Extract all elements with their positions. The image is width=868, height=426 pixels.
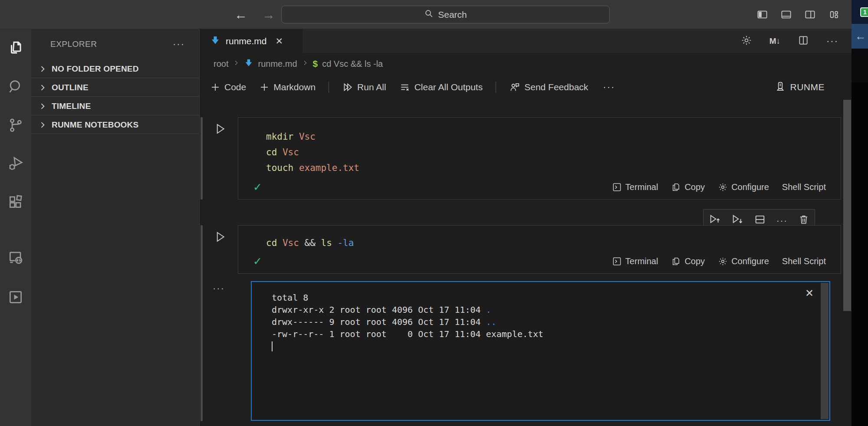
- run-all-button[interactable]: Run All: [342, 82, 386, 93]
- chevron-right-icon: [38, 65, 47, 73]
- explorer-sidebar: EXPLORER ··· NO FOLDER OPENED OUTLINE TI…: [31, 29, 200, 426]
- runme-brand-label: RUNME: [790, 82, 825, 92]
- tab-runme-md[interactable]: runme.md ✕: [200, 29, 302, 53]
- add-code-label: Code: [224, 82, 246, 92]
- add-markdown-label: Markdown: [273, 82, 316, 92]
- background-back-icon: ←: [855, 29, 866, 43]
- runme-panel-icon[interactable]: [0, 285, 31, 309]
- toggle-primary-sidebar-icon[interactable]: [756, 9, 768, 20]
- add-markdown-cell-button[interactable]: Markdown: [259, 82, 316, 92]
- background-app-badge: 1: [860, 7, 868, 17]
- sidebar-section-runme-notebooks[interactable]: RUNME NOTEBOOKS: [31, 117, 199, 133]
- copy-button[interactable]: Copy: [671, 182, 705, 192]
- terminal-cursor: [272, 341, 273, 351]
- open-markdown-preview-icon[interactable]: M↓: [769, 36, 780, 46]
- split-editor-icon[interactable]: [798, 35, 809, 48]
- background-window-body: [852, 49, 868, 82]
- editor-more-actions-icon[interactable]: ···: [826, 36, 838, 47]
- sidebar-title: EXPLORER: [50, 39, 97, 49]
- configure-label: Configure: [731, 182, 769, 192]
- cell-more-actions-icon[interactable]: ···: [776, 216, 788, 226]
- toggle-secondary-sidebar-icon[interactable]: [804, 9, 816, 20]
- notebook-settings-gear-icon[interactable]: [741, 35, 752, 48]
- run-cell-button[interactable]: [214, 230, 227, 245]
- runme-brand: RUNME: [775, 81, 825, 94]
- copy-button[interactable]: Copy: [671, 256, 705, 266]
- notebook-toolbar: Code Markdown Run All Clear All Outputs …: [200, 75, 852, 100]
- copy-label: Copy: [684, 182, 705, 192]
- run-all-label: Run All: [357, 82, 386, 92]
- search-label: Search: [438, 10, 467, 20]
- editor-scrollbar[interactable]: [843, 100, 851, 311]
- sidebar-section-timeline[interactable]: TIMELINE: [31, 98, 199, 114]
- chevron-right-icon: [302, 59, 309, 69]
- background-window-strip: 1 ←: [852, 0, 868, 426]
- toolbar-more-icon[interactable]: ···: [603, 82, 615, 93]
- add-code-cell-button[interactable]: Code: [210, 82, 246, 92]
- explorer-icon[interactable]: [0, 36, 31, 60]
- code-cell-1: mkdir Vsccd Vsctouch example.txt ✓ Termi…: [200, 117, 852, 200]
- section-label: NO FOLDER OPENED: [52, 64, 139, 74]
- terminal-label: Terminal: [625, 256, 658, 266]
- background-window-toolbar: ←: [852, 24, 868, 49]
- terminal-label: Terminal: [625, 182, 658, 192]
- cell-language-picker[interactable]: Shell Script: [782, 256, 826, 266]
- breadcrumb: root runme.md $ cd Vsc && ls -la: [200, 53, 852, 75]
- tab-close-icon[interactable]: ✕: [276, 36, 283, 46]
- title-bar: ← → Search: [0, 0, 852, 29]
- sidebar-more-icon[interactable]: ···: [173, 39, 185, 50]
- clear-all-label: Clear All Outputs: [414, 82, 483, 92]
- output-close-icon[interactable]: ✕: [805, 287, 814, 299]
- cell-editor[interactable]: mkdir Vsccd Vsctouch example.txt ✓ Termi…: [238, 117, 841, 200]
- search-view-icon[interactable]: [0, 75, 31, 99]
- breadcrumb-file[interactable]: runme.md: [258, 59, 297, 69]
- extensions-icon[interactable]: [0, 190, 31, 214]
- cell-code[interactable]: mkdir Vsccd Vsctouch example.txt: [238, 118, 841, 177]
- terminal-output[interactable]: total 8drwxr-xr-x 2 root root 4096 Oct 1…: [251, 281, 830, 421]
- terminal-button[interactable]: Terminal: [612, 256, 658, 266]
- editor-area: runme.md ✕ M↓ ··· root runme.md: [200, 29, 852, 426]
- cell-editor[interactable]: cd Vsc && ls -la ✓ Terminal Copy: [238, 225, 841, 274]
- command-center-search[interactable]: Search: [281, 6, 610, 23]
- search-icon: [424, 9, 434, 20]
- terminal-button[interactable]: Terminal: [612, 182, 658, 192]
- sidebar-section-no-folder-opened[interactable]: NO FOLDER OPENED: [31, 61, 199, 77]
- configure-label: Configure: [731, 256, 769, 266]
- sidebar-section-outline[interactable]: OUTLINE: [31, 79, 199, 95]
- history-back-icon[interactable]: ←: [234, 8, 247, 21]
- chevron-right-icon: [38, 102, 47, 111]
- send-feedback-button[interactable]: Send Feedback: [509, 82, 588, 93]
- breadcrumb-root[interactable]: root: [214, 59, 228, 69]
- send-feedback-label: Send Feedback: [524, 82, 588, 92]
- output-more-actions-icon[interactable]: ···: [213, 283, 225, 294]
- breadcrumb-cell-command[interactable]: cd Vsc && ls -la: [322, 59, 383, 69]
- cell-language-picker[interactable]: Shell Script: [782, 182, 826, 192]
- run-debug-icon[interactable]: [0, 151, 31, 176]
- background-window-titlebar: 1: [852, 0, 868, 24]
- copy-label: Copy: [684, 256, 705, 266]
- cell-code[interactable]: cd Vsc && ls -la: [238, 226, 841, 252]
- section-label: TIMELINE: [52, 102, 91, 111]
- terminal-output-text: total 8drwxr-xr-x 2 root root 4096 Oct 1…: [252, 282, 829, 340]
- chevron-right-icon: [38, 121, 47, 129]
- vscode-window: ← → Search 1: [0, 0, 868, 426]
- configure-button[interactable]: Configure: [718, 182, 769, 192]
- configure-button[interactable]: Configure: [718, 256, 769, 266]
- output-scrollbar[interactable]: [821, 283, 829, 419]
- markdown-file-icon: [244, 58, 253, 70]
- history-forward-icon[interactable]: →: [262, 8, 275, 21]
- breadcrumb-shell-prompt: $: [313, 59, 318, 69]
- markdown-file-icon: [210, 35, 220, 47]
- runme-logo-icon: [775, 81, 786, 94]
- cell-success-check-icon: ✓: [253, 255, 262, 268]
- toggle-panel-icon[interactable]: [780, 9, 792, 20]
- source-control-icon[interactable]: [0, 113, 31, 137]
- run-cell-button[interactable]: [214, 122, 227, 137]
- section-label: OUTLINE: [52, 83, 89, 92]
- chevron-right-icon: [38, 83, 47, 92]
- clear-all-outputs-button[interactable]: Clear All Outputs: [399, 82, 483, 93]
- remote-explorer-icon[interactable]: [0, 245, 31, 269]
- customize-layout-icon[interactable]: [828, 9, 840, 20]
- cell-output-row: ··· total 8drwxr-xr-x 2 root root 4096 O…: [200, 281, 852, 421]
- notebook-cells: mkdir Vsccd Vsctouch example.txt ✓ Termi…: [200, 100, 852, 426]
